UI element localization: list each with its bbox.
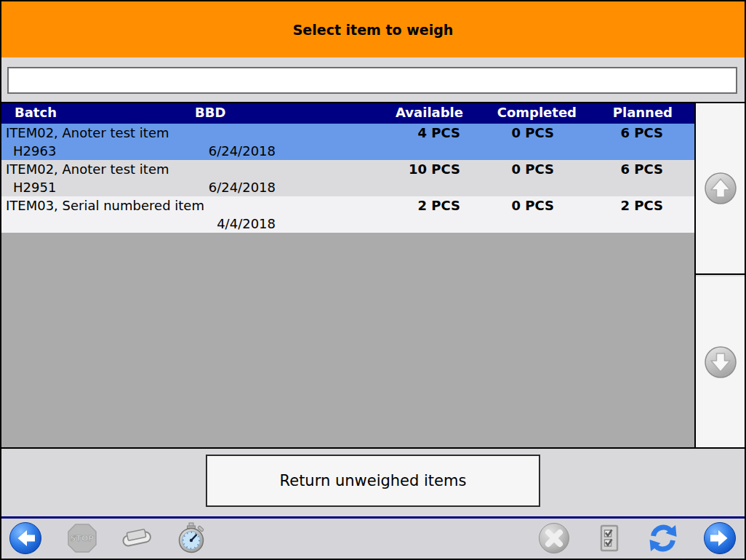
arrow-down-icon: [703, 345, 738, 380]
page-title-bar: Select item to weigh: [1, 1, 745, 57]
table-header-row: Batch BBD Available Completed Planned: [1, 103, 694, 124]
row-item-name: ITEM02, Anoter test item: [6, 161, 169, 177]
scroll-up-button[interactable]: [696, 103, 745, 275]
row-bbd-date: 6/24/2018: [209, 143, 276, 159]
column-header-completed: Completed: [497, 105, 577, 120]
forward-arrow-icon: [703, 521, 737, 555]
column-header-planned: Planned: [613, 105, 673, 120]
row-item-name: ITEM02, Anoter test item: [6, 125, 169, 140]
row-planned-qty: 2 PCS: [621, 198, 664, 213]
back-button[interactable]: [8, 521, 43, 556]
table-row[interactable]: ITEM03, Serial numbered item 4/4/2018 2 …: [1, 196, 694, 233]
row-batch-number: H2963: [13, 143, 56, 159]
refresh-icon: [646, 521, 681, 556]
row-item-name: ITEM03, Serial numbered item: [6, 198, 204, 213]
timer-button[interactable]: [174, 521, 209, 556]
stop-label: STOP: [71, 534, 95, 543]
arrow-up-icon: [703, 171, 738, 206]
items-table: Batch BBD Available Completed Planned IT…: [1, 102, 745, 449]
row-completed-qty: 0 PCS: [512, 198, 555, 213]
weighing-scale-icon: [119, 521, 154, 556]
column-header-bbd: BBD: [195, 105, 225, 120]
stopwatch-icon: [174, 521, 209, 556]
row-bbd-date: 4/4/2018: [217, 216, 276, 231]
forward-button[interactable]: [702, 521, 737, 556]
scan-input[interactable]: [7, 67, 737, 94]
scale-button[interactable]: [119, 521, 154, 556]
refresh-button[interactable]: [646, 521, 681, 556]
row-completed-qty: 0 PCS: [512, 161, 555, 177]
cancel-x-icon: [537, 521, 571, 556]
table-rows: ITEM02, Anoter test item H2963 6/24/2018…: [1, 124, 694, 233]
column-header-available: Available: [396, 105, 463, 120]
row-planned-qty: 6 PCS: [621, 161, 664, 177]
cancel-button: [537, 521, 571, 556]
row-completed-qty: 0 PCS: [512, 125, 555, 140]
bottom-toolbar: [1, 519, 745, 559]
row-planned-qty: 6 PCS: [621, 125, 664, 140]
stop-sign-icon: STOP: [65, 521, 100, 556]
row-batch-number: H2951: [13, 180, 56, 195]
checklist-button: [592, 521, 627, 556]
table-row[interactable]: ITEM02, Anoter test item H2951 6/24/2018…: [1, 160, 694, 196]
items-table-body: Batch BBD Available Completed Planned IT…: [1, 103, 694, 447]
column-header-batch: Batch: [15, 105, 57, 120]
table-row[interactable]: ITEM02, Anoter test item H2963 6/24/2018…: [1, 124, 694, 160]
weighing-app-window: Select item to weigh Batch BBD Available…: [0, 0, 746, 560]
back-arrow-icon: [9, 521, 42, 555]
return-unweighed-button[interactable]: Return unweighed items: [206, 455, 540, 507]
row-bbd-date: 6/24/2018: [209, 180, 276, 195]
row-available-qty: 10 PCS: [409, 161, 460, 177]
page-title: Select item to weigh: [293, 22, 454, 38]
checklist-icon: [592, 521, 627, 556]
row-available-qty: 2 PCS: [418, 198, 461, 213]
row-available-qty: 4 PCS: [418, 125, 461, 140]
stop-button: STOP: [65, 521, 100, 556]
scroll-down-button[interactable]: [696, 276, 745, 447]
